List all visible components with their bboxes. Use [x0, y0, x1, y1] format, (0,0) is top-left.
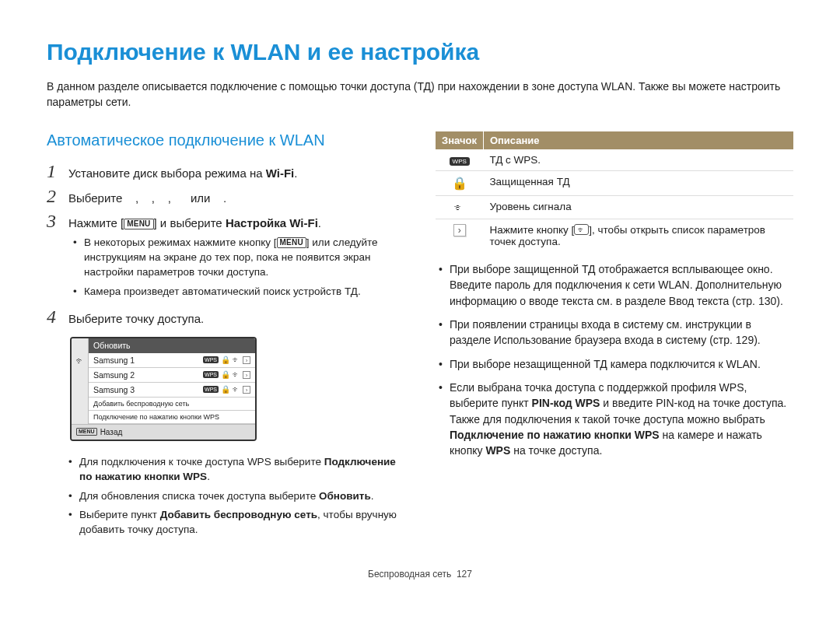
icon-desc: ТД с WPS. [483, 149, 793, 171]
lock-icon: 🔒 [221, 370, 230, 379]
wps-icon: WPS [203, 386, 219, 393]
menu-button-icon: MENU [277, 237, 306, 248]
cs-network-row: Samsung 3 WPS 🔒 ᯤ › [89, 383, 255, 398]
chevron-right-icon: › [453, 224, 466, 236]
lock-icon: 🔒 [221, 385, 230, 394]
intro-text: В данном разделе описывается подключение… [47, 79, 793, 110]
chevron-right-icon: › [243, 371, 250, 379]
wps-icon: WPS [450, 157, 470, 166]
chevron-right-icon: › [243, 356, 250, 364]
cs-network-row: Samsung 2 WPS 🔒 ᯤ › [89, 368, 255, 383]
step-number: 4 [47, 307, 68, 327]
cs-network-row: Samsung 1 WPS 🔒 ᯤ › [89, 353, 255, 368]
step3-bullets: В некоторых режимах нажмите кнопку [MENU… [73, 236, 404, 299]
bullet-item: При выборе незащищенной ТД камера подклю… [436, 356, 793, 372]
bullet-item: При появлении страницы входа в систему с… [436, 317, 793, 349]
back-label: Назад [100, 428, 123, 436]
wps-icon: WPS [203, 371, 219, 378]
bullet-item: Если выбрана точка доступа с поддержкой … [436, 380, 793, 458]
menu-button-icon: MENU [76, 428, 97, 436]
cs-refresh: Обновить [89, 338, 255, 353]
wifi-icon: ᯤ [75, 356, 85, 366]
step-number: 1 [47, 162, 68, 181]
wifi-glyph: Wi-Fi [266, 166, 295, 180]
step-number: 3 [47, 212, 68, 231]
step-text: Выберите , , , или . [68, 187, 404, 207]
section-heading: Автоматическое подключение к WLAN [47, 131, 404, 149]
table-header-desc: Описание [483, 131, 793, 149]
page-title: Подключение к WLAN и ее настройка [47, 39, 793, 65]
step-text: Установите диск выбора режима на Wi-Fi. [68, 162, 404, 182]
chevron-right-icon: › [243, 386, 250, 394]
bullet-item: Для подключения к точке доступа WPS выбе… [68, 455, 404, 485]
lock-icon: 🔒 [221, 356, 230, 364]
camera-screen-illustration: ᯤ Обновить Samsung 1 WPS 🔒 ᯤ › [70, 337, 257, 441]
icon-desc: Защищенная ТД [483, 171, 793, 196]
bullet-item: Для обновления списка точек доступа выбе… [68, 489, 404, 504]
table-header-icon: Значок [436, 131, 483, 149]
signal-icon: ᯤ [233, 385, 240, 394]
icon-desc: Уровень сигнала [483, 196, 793, 219]
icon-legend-table: Значок Описание WPS ТД с WPS. 🔒 Защищенн… [436, 131, 793, 252]
page-footer: Беспроводная сеть 127 [47, 569, 793, 580]
icon-desc: Нажмите кнопку [ᯤ], чтобы открыть список… [483, 219, 793, 253]
signal-icon: ᯤ [574, 224, 589, 235]
menu-button-icon: MENU [124, 219, 153, 229]
lock-icon: 🔒 [452, 177, 467, 190]
step-text: Нажмите [MENU] и выберите Настройка Wi-F… [68, 212, 404, 232]
step-number: 2 [47, 187, 68, 206]
bullet-item: В некоторых режимах нажмите кнопку [MENU… [73, 236, 404, 280]
wps-icon: WPS [203, 356, 219, 363]
step-text: Выберите точку доступа. [68, 307, 404, 328]
cs-add-network: Добавить беспроводную сеть [89, 398, 255, 411]
left-column: Автоматическое подключение к WLAN 1 Уста… [47, 131, 404, 545]
bullet-item: Выберите пункт Добавить беспроводную сет… [68, 508, 404, 538]
right-column: Значок Описание WPS ТД с WPS. 🔒 Защищенн… [436, 131, 793, 545]
signal-icon: ᯤ [233, 356, 240, 364]
signal-icon: ᯤ [233, 370, 240, 379]
signal-icon: ᯤ [453, 201, 465, 214]
bullet-item: При выборе защищенной ТД отображается вс… [436, 261, 793, 309]
bullet-item: Камера произведет автоматический поиск у… [73, 285, 404, 299]
cs-wps-connect: Подключение по нажатию кнопки WPS [89, 411, 255, 424]
